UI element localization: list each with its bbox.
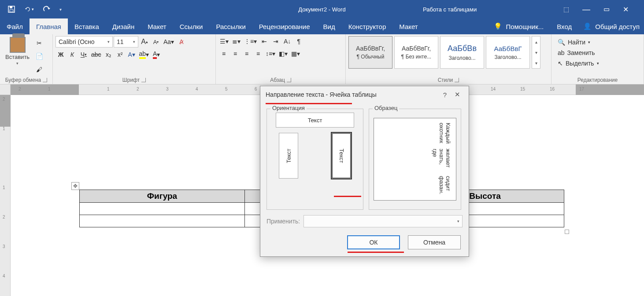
indent-right-icon[interactable]: ⇥: [270, 36, 281, 47]
bold-button[interactable]: Ж: [56, 49, 66, 60]
grow-font-icon[interactable]: A▴: [139, 37, 150, 47]
align-left-icon[interactable]: ≡: [218, 48, 229, 59]
borders-icon[interactable]: ▦▾: [290, 48, 301, 59]
sample-line: Каждый охотник: [378, 123, 452, 147]
find-label: Найти: [568, 39, 585, 46]
subscript-button[interactable]: x₂: [104, 49, 114, 60]
help-button[interactable]: ?: [439, 91, 451, 99]
tab-home[interactable]: Главная: [30, 18, 68, 34]
ribbon-options-icon[interactable]: ⬚: [563, 6, 569, 13]
ribbon-content: Вставить ▾ ✂ 📄 🖌 Буфер обмена Calibri (О…: [0, 34, 644, 84]
orientation-horizontal[interactable]: Текст: [276, 113, 354, 128]
tab-review[interactable]: Рецензирование: [252, 18, 317, 34]
orientation-label: Текст: [285, 149, 292, 163]
tab-constructor[interactable]: Конструктор: [342, 18, 393, 34]
highlight-icon[interactable]: ab▾: [138, 49, 151, 60]
close-icon[interactable]: ✕: [623, 5, 629, 14]
group-font: Calibri (Осно▾ 11▾ A▴ A▾ Aa▾ A̷ Ж К Ч ▾ …: [53, 34, 216, 84]
ok-button[interactable]: ОК: [347, 235, 400, 249]
sample-line: желает знать, где: [378, 149, 452, 175]
style-heading1[interactable]: АаБбВвЗаголово...: [440, 36, 484, 69]
numbering-icon[interactable]: ≣▾: [231, 36, 242, 47]
style-heading2[interactable]: АаБбВвГЗаголово...: [486, 36, 530, 69]
helper-field[interactable]: Помощник...: [506, 23, 544, 30]
underline-button[interactable]: Ч ▾: [78, 49, 89, 60]
tab-table-layout[interactable]: Макет: [392, 18, 424, 34]
multilevel-icon[interactable]: ⋮≡▾: [243, 36, 258, 47]
dialog-close-icon[interactable]: ✕: [451, 91, 463, 99]
strike-button[interactable]: abc: [90, 49, 103, 60]
indent-left-icon[interactable]: ⇤: [259, 36, 270, 47]
align-right-icon[interactable]: ≡: [241, 48, 252, 59]
style-sample: АаБбВвГг,: [356, 45, 385, 52]
replace-button[interactable]: abЗаменить: [554, 48, 641, 57]
ribbon-tabs: Файл Главная Вставка Дизайн Макет Ссылки…: [0, 18, 644, 34]
style-name: ¶ Обычный: [357, 54, 385, 60]
table-cell[interactable]: [80, 203, 245, 215]
style-name: ¶ Без инте...: [401, 54, 431, 60]
clear-format-icon[interactable]: A̷: [176, 37, 187, 47]
style-normal[interactable]: АаБбВвГг,¶ Обычный: [348, 36, 392, 69]
style-sample: АаБбВвГ: [494, 45, 522, 52]
table-cell[interactable]: [80, 215, 245, 227]
style-no-spacing[interactable]: АаБбВвГг,¶ Без инте...: [394, 36, 438, 69]
table-move-handle-icon[interactable]: ✥: [71, 182, 79, 190]
editing-group-label: Редактирование: [577, 77, 618, 83]
apply-dropdown[interactable]: ▾: [303, 215, 463, 227]
style-name: Заголово...: [448, 55, 475, 61]
justify-icon[interactable]: ≡: [253, 48, 263, 59]
tab-mailings[interactable]: Рассылки: [209, 18, 252, 34]
bullets-icon[interactable]: ☰▾: [218, 36, 230, 47]
sample-legend: Образец: [373, 105, 399, 111]
redo-icon[interactable]: [42, 4, 52, 14]
font-size-value: 11: [117, 38, 124, 45]
dialog-launcher-icon[interactable]: [141, 78, 146, 82]
save-icon[interactable]: [7, 4, 16, 14]
minimize-icon[interactable]: —: [582, 5, 590, 14]
orientation-vertical-up[interactable]: Текст: [279, 133, 298, 179]
signin-button[interactable]: Вход: [557, 23, 572, 30]
change-case-icon[interactable]: Aa▾: [162, 37, 175, 47]
paragraph-group-label: Абзац: [270, 77, 285, 83]
quick-access-toolbar: ▾ ▾: [0, 4, 62, 14]
tab-insert[interactable]: Вставка: [68, 18, 106, 34]
orientation-vertical-down[interactable]: Текст: [332, 133, 351, 179]
paste-button[interactable]: Вставить ▾: [3, 36, 32, 66]
font-size-dropdown[interactable]: 11▾: [114, 36, 138, 48]
tab-references[interactable]: Ссылки: [173, 18, 210, 34]
orientation-label: Текст: [338, 149, 345, 163]
ruler-vertical[interactable]: 211234567: [0, 95, 11, 296]
tab-file[interactable]: Файл: [0, 18, 30, 34]
italic-button[interactable]: К: [67, 49, 78, 60]
undo-icon[interactable]: ▾: [24, 4, 34, 14]
line-spacing-icon[interactable]: ↕≡▾: [264, 48, 277, 59]
cancel-button[interactable]: Отмена: [408, 235, 461, 249]
table-resize-handle-icon[interactable]: [565, 230, 569, 234]
cut-icon[interactable]: ✂: [34, 38, 44, 48]
find-button[interactable]: 🔍Найти▾: [554, 38, 641, 47]
format-painter-icon[interactable]: 🖌: [34, 64, 44, 75]
dialog-launcher-icon[interactable]: [287, 78, 291, 82]
shading-icon[interactable]: ◧▾: [278, 48, 289, 59]
text-effects-icon[interactable]: A▾: [126, 49, 137, 60]
show-marks-icon[interactable]: ¶: [293, 36, 304, 47]
select-button[interactable]: ↖Выделить▾: [554, 59, 641, 68]
table-header-col1[interactable]: Фигура: [80, 190, 245, 203]
dialog-launcher-icon[interactable]: [43, 78, 47, 82]
font-name-dropdown[interactable]: Calibri (Осно▾: [56, 36, 113, 48]
share-button[interactable]: Общий доступ: [595, 23, 640, 30]
orientation-legend: Ориентация: [270, 105, 307, 111]
tab-layout[interactable]: Макет: [141, 18, 173, 34]
maximize-icon[interactable]: ▭: [603, 5, 610, 13]
styles-more-button[interactable]: ▴▾▾: [532, 36, 540, 69]
orientation-fieldset: Ориентация Текст Текст Текст: [266, 109, 363, 210]
tab-design[interactable]: Дизайн: [106, 18, 141, 34]
copy-icon[interactable]: 📄: [34, 51, 44, 62]
dialog-launcher-icon[interactable]: [455, 78, 459, 82]
sort-icon[interactable]: A↓: [282, 36, 292, 47]
shrink-font-icon[interactable]: A▾: [151, 37, 161, 47]
tab-view[interactable]: Вид: [317, 18, 342, 34]
font-color-icon[interactable]: A▾: [151, 49, 162, 60]
align-center-icon[interactable]: ≡: [230, 48, 241, 59]
superscript-button[interactable]: x²: [115, 49, 126, 60]
